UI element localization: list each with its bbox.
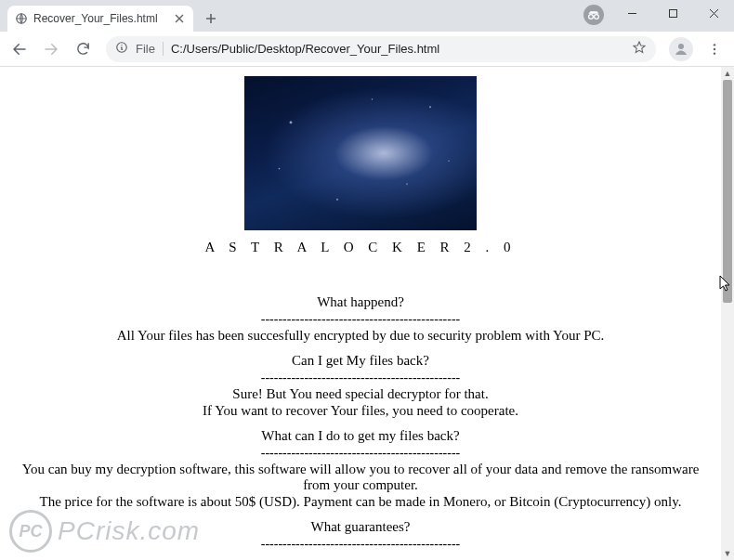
browser-toolbar: File C:/Users/Public/Desktop/Recover_You… xyxy=(0,32,734,67)
body-text: The price for the software is about 50$ … xyxy=(7,494,714,510)
body-text: You can buy my decryption software, this… xyxy=(7,462,714,493)
window-maximize-button[interactable] xyxy=(652,0,693,26)
scroll-up-icon[interactable]: ▲ xyxy=(721,67,734,80)
watermark-badge: PC xyxy=(9,510,52,553)
profile-avatar-button[interactable] xyxy=(669,37,693,61)
svg-rect-3 xyxy=(669,9,676,17)
section-heading: Can I get My files back? xyxy=(7,353,714,369)
forward-button[interactable] xyxy=(37,35,65,63)
profile-indicator-icon[interactable] xyxy=(583,5,604,25)
body-text: If You want to recover Your files, you n… xyxy=(7,403,714,419)
watermark: PC PCrisk.com xyxy=(9,510,200,553)
url-text: C:/Users/Public/Desktop/Recover_Your_Fil… xyxy=(171,42,624,56)
window-close-button[interactable] xyxy=(693,0,734,26)
url-scheme-chip: File xyxy=(136,42,164,56)
browser-tab[interactable]: Recover_Your_Files.html xyxy=(7,6,193,32)
svg-point-5 xyxy=(678,44,684,49)
bookmark-star-icon[interactable] xyxy=(632,40,647,58)
divider-line: ----------------------------------------… xyxy=(7,312,714,327)
globe-icon xyxy=(15,12,28,25)
window-minimize-button[interactable] xyxy=(611,0,652,26)
divider-line: ----------------------------------------… xyxy=(7,446,714,461)
page-content: A S T R A L O C K E R 2 . 0 What happend… xyxy=(0,67,721,560)
svg-point-6 xyxy=(714,44,715,46)
scrollbar-thumb[interactable] xyxy=(723,80,732,303)
window-controls xyxy=(611,0,734,26)
tab-title: Recover_Your_Files.html xyxy=(33,12,167,25)
vertical-scrollbar[interactable]: ▲ ▼ xyxy=(721,67,734,560)
hero-image xyxy=(244,76,477,230)
body-text: Sure! But You need special decryptor for… xyxy=(7,386,714,402)
svg-point-8 xyxy=(714,52,715,54)
browser-titlebar: Recover_Your_Files.html xyxy=(0,0,734,32)
tab-close-icon[interactable] xyxy=(173,12,186,25)
back-button[interactable] xyxy=(6,35,33,63)
svg-point-7 xyxy=(714,47,715,49)
divider-line: ----------------------------------------… xyxy=(7,371,714,385)
section-heading: What can I do to get my files back? xyxy=(7,428,714,444)
scroll-down-icon[interactable]: ▼ xyxy=(721,547,734,560)
svg-point-2 xyxy=(595,15,599,20)
brand-title: A S T R A L O C K E R 2 . 0 xyxy=(7,240,714,255)
reload-button[interactable] xyxy=(69,35,97,63)
address-bar[interactable]: File C:/Users/Public/Desktop/Recover_You… xyxy=(106,36,656,62)
kebab-menu-button[interactable] xyxy=(701,35,728,63)
body-text: All Your files has been succesfully encr… xyxy=(7,328,714,344)
section-heading: What happend? xyxy=(7,294,714,310)
svg-point-1 xyxy=(589,15,594,20)
new-tab-button[interactable] xyxy=(199,7,223,31)
file-info-icon[interactable] xyxy=(115,41,128,57)
watermark-text: PCrisk.com xyxy=(58,516,200,546)
